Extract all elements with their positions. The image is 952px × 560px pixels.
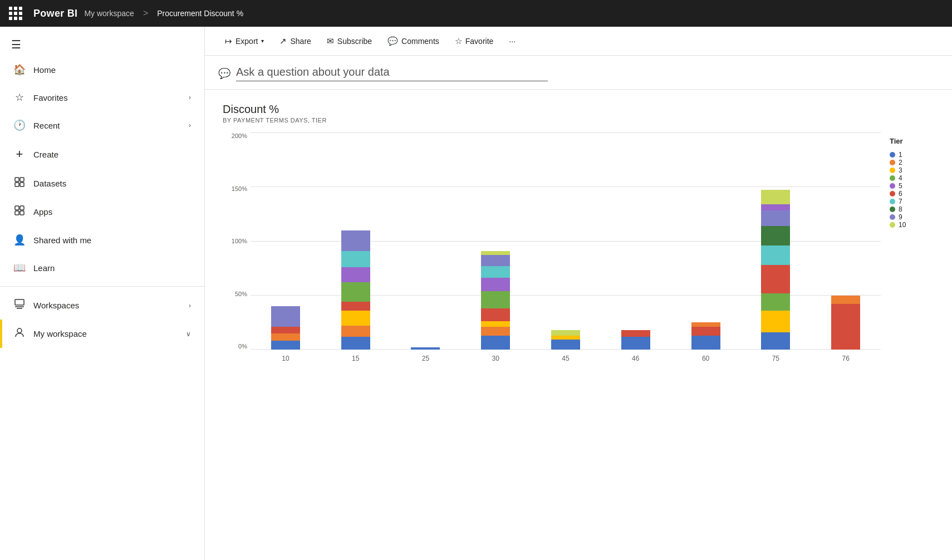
bar-seg-tier-1[interactable]	[621, 337, 650, 350]
bar-seg-tier-4[interactable]	[481, 291, 510, 308]
bar-seg-tier-10[interactable]	[551, 330, 580, 336]
toolbar: ↦ Export ▾ ↗ Share ✉ Subscribe 💬 Comment…	[205, 27, 952, 56]
bar-seg-tier-1[interactable]	[411, 347, 440, 350]
svg-rect-2	[15, 183, 19, 186]
qa-input[interactable]: Ask a question about your data	[236, 66, 548, 81]
bar-seg-tier-4[interactable]	[761, 293, 790, 311]
legend-item: 8	[890, 205, 934, 213]
comments-button[interactable]: 💬 Comments	[381, 33, 446, 50]
bar-seg-tier-2[interactable]	[831, 296, 860, 304]
bar-seg-tier-2[interactable]	[691, 322, 720, 327]
bar-seg-tier-9[interactable]	[271, 306, 300, 327]
sidebar-item-workspaces[interactable]: Workspaces ›	[0, 291, 204, 320]
sidebar-item-label: Workspaces	[33, 301, 181, 310]
bar-seg-tier-6[interactable]	[831, 304, 860, 350]
bar-seg-tier-1[interactable]	[761, 332, 790, 350]
bar-seg-tier-9[interactable]	[341, 230, 370, 251]
sidebar-item-learn[interactable]: 📖 Learn	[0, 254, 204, 282]
bar-seg-tier-1[interactable]	[551, 340, 580, 350]
legend-dot	[890, 160, 895, 165]
bar-seg-tier-9[interactable]	[761, 210, 790, 225]
bar-seg-tier-4[interactable]	[341, 282, 370, 302]
bar-seg-tier-3[interactable]	[481, 321, 510, 327]
bar-seg-tier-6[interactable]	[481, 308, 510, 321]
bar-seg-tier-7[interactable]	[341, 251, 370, 267]
legend-item: 10	[890, 221, 934, 229]
export-label: Export	[235, 37, 258, 46]
qa-bar[interactable]: 💬 Ask a question about your data	[205, 56, 952, 90]
sidebar-item-shared[interactable]: 👤 Shared with me	[0, 226, 204, 254]
nav-divider	[0, 286, 204, 287]
bar-seg-tier-2[interactable]	[481, 327, 510, 336]
bar-seg-tier-1[interactable]	[271, 341, 300, 350]
bar-seg-tier-9[interactable]	[481, 255, 510, 266]
bar-seg-tier-10[interactable]	[481, 251, 510, 256]
bar-seg-tier-5[interactable]	[341, 267, 370, 282]
sidebar-item-label: Favorites	[33, 93, 181, 102]
comments-icon: 💬	[387, 36, 398, 46]
export-button[interactable]: ↦ Export ▾	[218, 33, 271, 50]
share-button[interactable]: ↗ Share	[273, 33, 317, 50]
create-icon: +	[13, 147, 26, 161]
bar-seg-tier-5[interactable]	[481, 278, 510, 291]
legend-dot	[890, 183, 895, 189]
bar-seg-tier-6[interactable]	[341, 302, 370, 311]
bar-seg-tier-1[interactable]	[691, 336, 720, 350]
svg-rect-5	[20, 206, 24, 210]
bar-seg-tier-6[interactable]	[621, 330, 650, 337]
breadcrumb-separator: >	[143, 8, 148, 18]
chart-legend: Tier 12345678910	[890, 132, 934, 366]
export-icon: ↦	[225, 36, 232, 46]
bar-seg-tier-5[interactable]	[761, 204, 790, 211]
bar-seg-tier-6[interactable]	[271, 327, 300, 333]
stacked-bar	[341, 230, 370, 350]
content-area: ↦ Export ▾ ↗ Share ✉ Subscribe 💬 Comment…	[205, 27, 952, 560]
breadcrumb-page: Procurement Discount %	[157, 9, 243, 18]
breadcrumb-workspace[interactable]: My workspace	[84, 9, 134, 18]
chevron-right-icon: ›	[189, 302, 191, 310]
bar-seg-tier-1[interactable]	[481, 336, 510, 350]
sidebar-item-recent[interactable]: 🕐 Recent ›	[0, 111, 204, 139]
more-options-button[interactable]: ···	[502, 33, 522, 49]
bar-seg-tier-6[interactable]	[691, 327, 720, 336]
bar-seg-tier-3[interactable]	[341, 311, 370, 326]
chart-container: Discount % BY PAYMENT TERMS DAYS, TIER 2…	[205, 90, 952, 560]
sidebar-item-apps[interactable]: Apps	[0, 198, 204, 226]
sidebar-toggle[interactable]: ☰	[0, 27, 204, 56]
sidebar-item-myworkspace[interactable]: My workspace ∨	[0, 320, 204, 348]
chart-wrapper: 200% 150% 100% 50% 0%	[223, 132, 934, 366]
legend-dot	[890, 175, 895, 181]
legend-label: 1	[899, 151, 902, 159]
bar-seg-tier-3[interactable]	[551, 336, 580, 340]
sidebar-item-datasets[interactable]: Datasets	[0, 169, 204, 198]
bar-seg-tier-7[interactable]	[481, 266, 510, 278]
legend-item: 9	[890, 213, 934, 221]
bar-seg-tier-7[interactable]	[761, 245, 790, 265]
favorite-button[interactable]: ☆ Favorite	[448, 33, 500, 50]
hamburger-icon[interactable]: ☰	[11, 38, 21, 51]
legend-item: 5	[890, 182, 934, 190]
svg-rect-8	[15, 299, 24, 305]
legend-dot	[890, 191, 895, 197]
bar-seg-tier-3[interactable]	[761, 311, 790, 332]
chart-inner: 200% 150% 100% 50% 0%	[223, 132, 881, 366]
subscribe-button[interactable]: ✉ Subscribe	[320, 33, 379, 50]
bar-seg-tier-10[interactable]	[761, 190, 790, 204]
bar-seg-tier-1[interactable]	[341, 337, 370, 350]
bar-seg-tier-2[interactable]	[341, 326, 370, 337]
comments-label: Comments	[401, 37, 439, 46]
waffle-icon[interactable]	[9, 7, 22, 20]
bar-seg-tier-8[interactable]	[761, 226, 790, 245]
recent-icon: 🕐	[13, 119, 26, 131]
legend-dot	[890, 207, 895, 212]
sidebar-item-home[interactable]: 🏠 Home	[0, 56, 204, 83]
y-label-0: 0%	[238, 343, 247, 350]
sidebar-item-create[interactable]: + Create	[0, 139, 204, 169]
sidebar-item-favorites[interactable]: ☆ Favorites ›	[0, 83, 204, 111]
svg-rect-4	[15, 206, 19, 210]
sidebar-item-label: Learn	[33, 263, 191, 273]
bar-seg-tier-6[interactable]	[761, 265, 790, 293]
brand-name: Power BI	[33, 8, 77, 19]
bar-seg-tier-2[interactable]	[271, 333, 300, 341]
svg-rect-1	[20, 178, 24, 181]
